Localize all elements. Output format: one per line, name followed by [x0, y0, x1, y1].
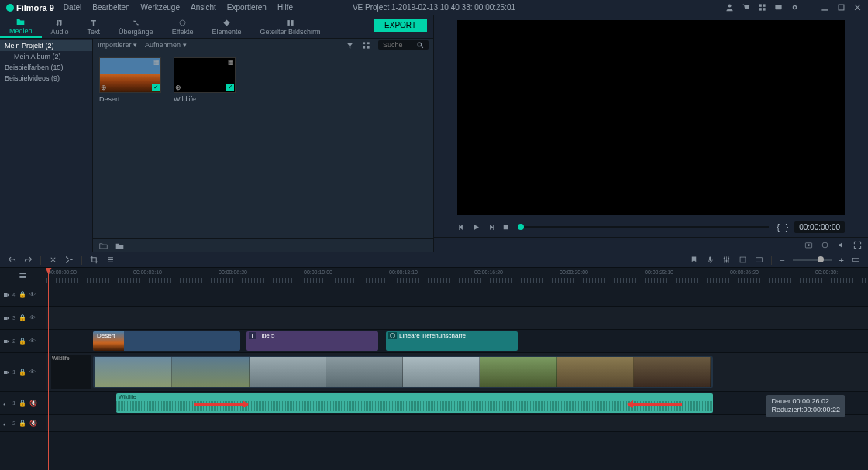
- lock-icon[interactable]: 🔒: [19, 338, 26, 345]
- clip-desert[interactable]: Desert: [93, 331, 240, 351]
- message-icon[interactable]: [774, 3, 783, 12]
- track-head-v1[interactable]: 1🔒👁: [0, 353, 46, 392]
- clip-title[interactable]: TTitle 5: [246, 331, 378, 351]
- render-icon[interactable]: [739, 256, 747, 264]
- export-button[interactable]: EXPORT: [374, 19, 427, 32]
- track-v2[interactable]: Desert TTitle 5 ⬡Lineare Tiefenunschärfe: [46, 330, 868, 353]
- lock-icon[interactable]: 🔒: [19, 400, 26, 407]
- stop-icon[interactable]: [501, 223, 510, 232]
- svg-rect-5: [775, 5, 781, 9]
- zoom-to-fit-icon[interactable]: [852, 256, 860, 264]
- adjust-icon[interactable]: [106, 256, 115, 264]
- mute-icon[interactable]: 🔇: [29, 420, 37, 427]
- timeline-playhead[interactable]: [48, 268, 49, 470]
- next-frame-icon[interactable]: [487, 223, 495, 232]
- tab-medien[interactable]: Medien: [0, 15, 42, 38]
- timeline-ruler[interactable]: 00:00:00:00 00:00:03:10 00:00:06:20 00:0…: [46, 268, 868, 283]
- tracks-collapse-icon[interactable]: [19, 271, 27, 280]
- tab-effekte[interactable]: Effekte: [163, 15, 203, 38]
- track-head-a2[interactable]: 2🔒🔇: [0, 415, 46, 432]
- track-a1[interactable]: Wildlife Dauer:00:00:26:02 Reduziert:00:…: [46, 392, 868, 415]
- close-icon[interactable]: [853, 3, 862, 12]
- menu-datei[interactable]: Datei: [64, 3, 81, 12]
- minimize-icon[interactable]: [821, 3, 829, 12]
- split-icon[interactable]: [65, 256, 74, 264]
- clip-wildlife[interactable]: [93, 356, 713, 388]
- tree-mein-album[interactable]: Mein Album (2): [0, 51, 92, 62]
- mixer-icon[interactable]: [722, 256, 731, 264]
- tree-beispielvideos[interactable]: Beispielvideos (9): [0, 73, 92, 84]
- tab-elemente[interactable]: Elemente: [202, 15, 250, 38]
- eye-icon[interactable]: 👁: [29, 291, 36, 298]
- fullscreen-icon[interactable]: [853, 241, 862, 249]
- tab-audio[interactable]: Audio: [42, 15, 78, 38]
- import-dropdown[interactable]: Importierer ▾: [98, 41, 137, 49]
- media-thumb-desert[interactable]: ▦⊕✓ Desert: [99, 57, 161, 103]
- eye-icon[interactable]: 👁: [29, 338, 36, 345]
- clip-effect[interactable]: ⬡Lineare Tiefenunschärfe: [386, 331, 518, 351]
- menu-werkzeuge[interactable]: Werkzeuge: [141, 3, 180, 12]
- snapshot-icon[interactable]: [804, 241, 813, 249]
- settings-icon[interactable]: [790, 3, 799, 12]
- zoom-slider[interactable]: [793, 259, 832, 261]
- quality-icon[interactable]: [821, 241, 829, 249]
- marker-icon[interactable]: [690, 256, 698, 264]
- prev-frame-icon[interactable]: [457, 223, 466, 232]
- track-head-v3[interactable]: 3🔒👁: [0, 307, 46, 330]
- cart-icon[interactable]: [742, 3, 750, 12]
- eye-icon[interactable]: 👁: [29, 369, 36, 376]
- tracks-area[interactable]: 00:00:00:00 00:00:03:10 00:00:06:20 00:0…: [46, 268, 868, 470]
- search-box[interactable]: [378, 40, 429, 50]
- maximize-icon[interactable]: [837, 3, 846, 12]
- filter-icon[interactable]: [346, 41, 354, 50]
- marker-in-icon[interactable]: {: [777, 223, 779, 232]
- tab-splitscreen[interactable]: Geteilter Bildschirm: [251, 15, 330, 38]
- add-icon[interactable]: ⊕: [101, 84, 107, 91]
- crop-icon[interactable]: [90, 256, 98, 264]
- menu-hilfe[interactable]: Hilfe: [277, 3, 293, 12]
- mute-icon[interactable]: 🔇: [29, 400, 37, 407]
- tree-mein-projekt[interactable]: Mein Projekt (2): [0, 40, 92, 51]
- menu-exportieren[interactable]: Exportieren: [227, 3, 267, 12]
- track-a2[interactable]: [46, 415, 868, 432]
- marker-out-icon[interactable]: }: [786, 223, 788, 232]
- grid-view-icon[interactable]: [362, 41, 370, 50]
- lock-icon[interactable]: 🔒: [19, 291, 26, 298]
- apps-icon[interactable]: [758, 3, 766, 12]
- lock-icon[interactable]: 🔒: [19, 420, 26, 427]
- add-icon[interactable]: ⊕: [175, 84, 181, 91]
- redo-icon[interactable]: [24, 256, 33, 264]
- lock-icon[interactable]: 🔒: [19, 369, 26, 376]
- media-thumb-wildlife[interactable]: ▦⊕✓ Wildlife: [174, 57, 236, 103]
- zoom-out-icon[interactable]: −: [780, 256, 784, 265]
- folder-icon[interactable]: [115, 242, 124, 250]
- zoom-fit-icon[interactable]: [755, 256, 763, 264]
- mic-icon[interactable]: [706, 256, 715, 264]
- track-v1[interactable]: Wildlife: [46, 353, 868, 392]
- menu-ansicht[interactable]: Ansicht: [191, 3, 216, 12]
- clip-audio-wildlife[interactable]: Wildlife: [116, 393, 713, 413]
- track-v4[interactable]: [46, 283, 868, 307]
- eye-icon[interactable]: 👁: [29, 314, 36, 321]
- track-head-a1[interactable]: 1🔒🔇: [0, 392, 46, 415]
- track-v3[interactable]: [46, 307, 868, 330]
- volume-icon[interactable]: [837, 241, 846, 249]
- preview-viewport[interactable]: [457, 20, 845, 215]
- lock-icon[interactable]: 🔒: [19, 314, 26, 321]
- clip-wildlife-label[interactable]: Wildlife: [51, 355, 91, 389]
- record-dropdown[interactable]: Aufnehmen ▾: [145, 41, 187, 49]
- preview-scrubber[interactable]: [518, 226, 769, 228]
- zoom-in-icon[interactable]: +: [839, 256, 844, 265]
- tab-ubergange[interactable]: Übergänge: [109, 15, 163, 38]
- delete-icon[interactable]: [49, 256, 57, 264]
- tab-text[interactable]: Text: [78, 15, 110, 38]
- play-icon[interactable]: [472, 223, 480, 232]
- undo-icon[interactable]: [8, 256, 16, 264]
- track-head-v2[interactable]: 2🔒👁: [0, 330, 46, 353]
- tree-beispielfarben[interactable]: Beispielfarben (15): [0, 62, 92, 73]
- menu-bearbeiten[interactable]: Bearbeiten: [92, 3, 129, 12]
- user-icon[interactable]: [725, 3, 734, 12]
- search-input[interactable]: [383, 41, 414, 49]
- track-head-v4[interactable]: 4🔒👁: [0, 283, 46, 307]
- new-folder-icon[interactable]: [99, 242, 108, 250]
